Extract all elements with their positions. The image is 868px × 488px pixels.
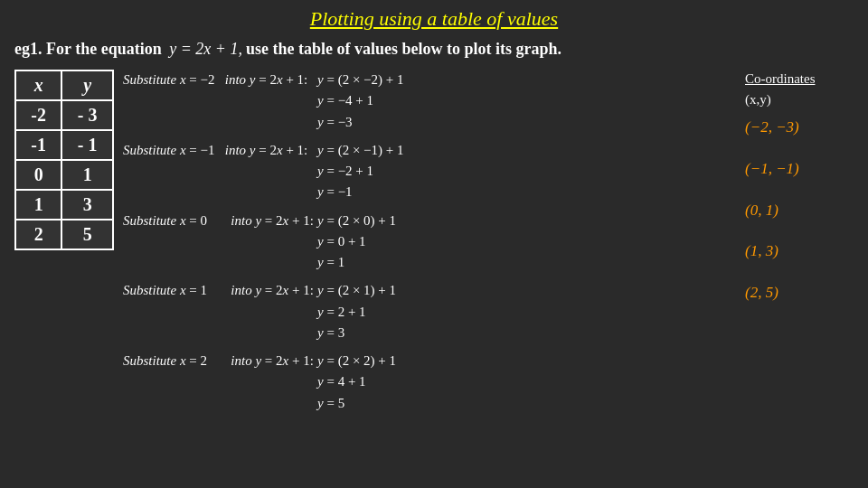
table-row: -1 - 1 bbox=[15, 130, 113, 160]
col-header-y: y bbox=[61, 70, 113, 100]
coord-value-3: (0, 1) bbox=[745, 200, 854, 221]
step-1-line2: y = −4 + 1 bbox=[123, 90, 736, 111]
step-1-calc3: y = −3 bbox=[317, 112, 736, 133]
coord-value-4: (1, 3) bbox=[745, 240, 854, 262]
x-val-2: -1 bbox=[15, 130, 61, 160]
coord-value-2: (−1, −1) bbox=[745, 158, 854, 180]
step-4-calc1: y = (2 × 1) + 1 bbox=[317, 280, 736, 301]
intro-equation: y = 2x + 1, bbox=[165, 40, 242, 59]
coord-value-1: (−2, −3) bbox=[745, 117, 854, 138]
coords-subheader: (x,y) bbox=[745, 90, 854, 109]
step-4-calc2: y = 2 + 1 bbox=[317, 302, 736, 323]
step-4-calc3: y = 3 bbox=[317, 323, 736, 343]
step-3-line2: y = 0 + 1 bbox=[123, 231, 736, 252]
page-title: Plotting using a table of values bbox=[14, 7, 854, 31]
step-2-calc3: y = −1 bbox=[317, 182, 736, 202]
table-row: 1 3 bbox=[15, 190, 113, 220]
steps-column: Substitute x = −2 into y = 2x + 1: y = (… bbox=[123, 70, 736, 419]
main-content: x y -2 - 3 -1 - 1 0 1 1 bbox=[14, 70, 854, 419]
table-row: 0 1 bbox=[15, 160, 113, 190]
step-3-line3: y = 1 bbox=[123, 252, 736, 273]
step-2-calc2: y = −2 + 1 bbox=[317, 161, 736, 182]
step-3-calc1: y = (2 × 0) + 1 bbox=[317, 211, 736, 231]
step-5-line1: Substitute x = 2 into y = 2x + 1: y = (2… bbox=[123, 351, 736, 371]
step-4-line3: y = 3 bbox=[123, 323, 736, 343]
table-row: 2 5 bbox=[15, 220, 113, 249]
step-2-line3: y = −1 bbox=[123, 182, 736, 202]
coordinates-column: Co-ordinates (x,y) (−2, −3) (−1, −1) (0,… bbox=[745, 70, 854, 419]
step-5-calc1: y = (2 × 2) + 1 bbox=[317, 351, 736, 371]
step-5-line3: y = 5 bbox=[123, 393, 736, 414]
step-5-substitute: Substitute x = 2 into y = 2x + 1: bbox=[123, 351, 317, 371]
step-block-3: Substitute x = 0 into y = 2x + 1: y = (2… bbox=[123, 211, 736, 274]
step-block-4: Substitute x = 1 into y = 2x + 1: y = (2… bbox=[123, 280, 736, 343]
y-val-1: - 3 bbox=[61, 100, 113, 130]
y-val-4: 3 bbox=[61, 190, 113, 220]
y-val-2: - 1 bbox=[61, 130, 113, 160]
step-3-calc3: y = 1 bbox=[317, 252, 736, 273]
y-val-3: 1 bbox=[61, 160, 113, 190]
y-val-5: 5 bbox=[61, 220, 113, 249]
step-1-line3: y = −3 bbox=[123, 112, 736, 133]
col-header-x: x bbox=[15, 70, 61, 100]
step-4-substitute: Substitute x = 1 into y = 2x + 1: bbox=[123, 280, 317, 301]
step-5-calc2: y = 4 + 1 bbox=[317, 371, 736, 392]
step-3-calc2: y = 0 + 1 bbox=[317, 231, 736, 252]
step-block-5: Substitute x = 2 into y = 2x + 1: y = (2… bbox=[123, 351, 736, 414]
step-block-1: Substitute x = −2 into y = 2x + 1: y = (… bbox=[123, 70, 736, 133]
step-block-2: Substitute x = −1 into y = 2x + 1: y = (… bbox=[123, 140, 736, 203]
table-row: -2 - 3 bbox=[15, 100, 113, 130]
step-4-line1: Substitute x = 1 into y = 2x + 1: y = (2… bbox=[123, 280, 736, 301]
step-1-line1: Substitute x = −2 into y = 2x + 1: y = (… bbox=[123, 70, 736, 90]
intro-line: eg1. For the equation y = 2x + 1, use th… bbox=[14, 40, 854, 59]
step-1-calc1: y = (2 × −2) + 1 bbox=[317, 70, 736, 90]
step-5-line2: y = 4 + 1 bbox=[123, 371, 736, 392]
x-val-4: 1 bbox=[15, 190, 61, 220]
values-table: x y -2 - 3 -1 - 1 0 1 1 bbox=[14, 70, 114, 250]
step-3-substitute: Substitute x = 0 into y = 2x + 1: bbox=[123, 211, 317, 231]
step-2-line2: y = −2 + 1 bbox=[123, 161, 736, 182]
coord-value-5: (2, 5) bbox=[745, 282, 854, 304]
intro-suffix: use the table of values below to plot it… bbox=[246, 40, 561, 59]
step-5-calc3: y = 5 bbox=[317, 393, 736, 414]
step-3-line1: Substitute x = 0 into y = 2x + 1: y = (2… bbox=[123, 211, 736, 231]
step-2-line1: Substitute x = −1 into y = 2x + 1: y = (… bbox=[123, 140, 736, 161]
x-val-1: -2 bbox=[15, 100, 61, 130]
intro-prefix: eg1. For the equation bbox=[14, 40, 162, 59]
page-container: Plotting using a table of values eg1. Fo… bbox=[0, 0, 868, 488]
step-1-substitute: Substitute x = −2 into y = 2x + 1: bbox=[123, 70, 317, 90]
step-2-substitute: Substitute x = −1 into y = 2x + 1: bbox=[123, 140, 317, 161]
step-2-calc1: y = (2 × −1) + 1 bbox=[317, 140, 736, 161]
step-4-line2: y = 2 + 1 bbox=[123, 302, 736, 323]
step-1-calc2: y = −4 + 1 bbox=[317, 90, 736, 111]
coords-header: Co-ordinates bbox=[745, 70, 854, 89]
x-val-5: 2 bbox=[15, 220, 61, 249]
x-val-3: 0 bbox=[15, 160, 61, 190]
